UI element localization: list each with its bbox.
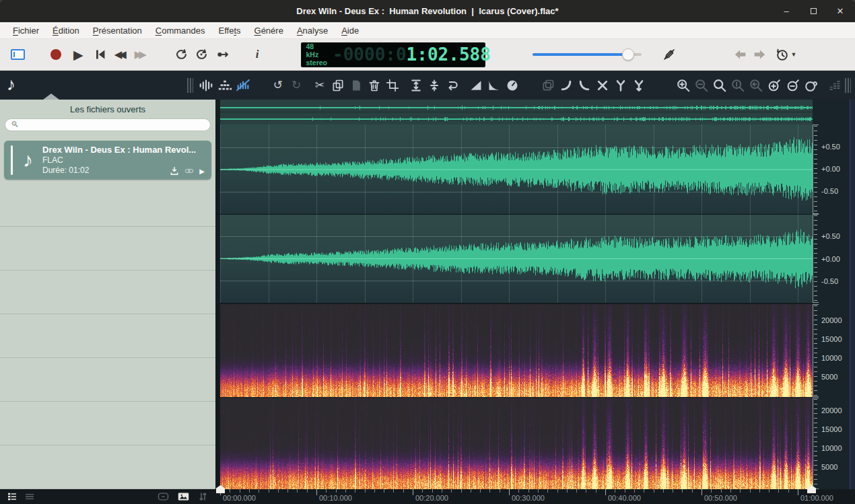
- download-icon[interactable]: [170, 166, 179, 176]
- waveform-view-button[interactable]: [198, 77, 215, 94]
- combined-view-button[interactable]: [234, 77, 251, 94]
- compact-view-button[interactable]: [23, 491, 36, 502]
- spectrogram-channel-2[interactable]: [215, 398, 813, 489]
- nav-forward-button[interactable]: [752, 47, 767, 62]
- cut-button[interactable]: ✂: [311, 77, 328, 94]
- overview-strip[interactable]: [215, 100, 813, 124]
- menu-commandes[interactable]: Commandes: [149, 24, 211, 37]
- undo-button[interactable]: ↺: [269, 77, 286, 94]
- timeline-label: 01:00.000: [800, 494, 833, 502]
- ruler-label: 15000: [821, 335, 842, 343]
- gain-knob-button[interactable]: [504, 77, 521, 94]
- crossfade-button[interactable]: [594, 77, 611, 94]
- thumbnail-toggle-button[interactable]: [176, 491, 190, 502]
- zoom-previous-button[interactable]: [748, 77, 765, 94]
- menu-effets[interactable]: Effets: [212, 24, 246, 37]
- punch-record-button[interactable]: [215, 47, 230, 62]
- fit-vertical-button[interactable]: [408, 77, 425, 94]
- menu-genere[interactable]: Génére: [248, 24, 289, 37]
- titlebar[interactable]: Drex Wiln - Deus Ex : Human Revolution |…: [0, 0, 855, 22]
- paste-button[interactable]: [348, 77, 365, 94]
- ruler-label: +0.50: [821, 232, 840, 240]
- timeline-ruler[interactable]: 00:00.00000:10.00000:20.00000:30.00000:4…: [215, 489, 855, 504]
- link-icon[interactable]: [184, 166, 195, 176]
- selection-zoom-in-button[interactable]: [766, 77, 783, 94]
- toolbar-grip[interactable]: [187, 78, 193, 93]
- mixer-levels-button[interactable]: [826, 77, 843, 94]
- spectrum-view-button[interactable]: [216, 77, 233, 94]
- trim-button[interactable]: [384, 77, 401, 94]
- waveform-channel-1[interactable]: [215, 124, 813, 214]
- record-button[interactable]: [50, 49, 61, 60]
- loop-once-button[interactable]: [194, 47, 209, 62]
- menu-aide[interactable]: Aide: [335, 24, 365, 37]
- forward-arrow-icon: [752, 47, 767, 62]
- loop-button[interactable]: [174, 47, 189, 62]
- file-format: FLAC: [42, 155, 196, 166]
- window-controls: – ✕: [781, 0, 846, 22]
- fade-in-icon: [469, 79, 483, 92]
- history-button[interactable]: ▼: [775, 47, 797, 62]
- loop-selection-button[interactable]: [444, 77, 461, 94]
- time-display[interactable]: 48 kHz stereo -0000:01:02.588: [301, 42, 485, 67]
- merge-branch-icon: [632, 79, 646, 92]
- track-area[interactable]: +0.50+0.00-0.50+0.50+0.00-0.502000015000…: [215, 100, 855, 489]
- skip-to-start-icon: [93, 47, 108, 62]
- skip-to-start-button[interactable]: [93, 47, 108, 62]
- split-branch-button[interactable]: [613, 77, 629, 94]
- fast-forward-button[interactable]: ▶▶: [135, 48, 147, 61]
- zoom-in-button[interactable]: [675, 77, 691, 94]
- pen-tool-button[interactable]: [662, 47, 677, 62]
- toolbar-grip-right[interactable]: [845, 78, 851, 93]
- file-list[interactable]: [0, 183, 215, 489]
- gain-knob-icon: [506, 79, 519, 92]
- menu-presentation[interactable]: Présentation: [87, 24, 148, 37]
- sort-arrows-button[interactable]: [196, 491, 209, 502]
- nav-back-button[interactable]: [733, 47, 748, 62]
- panel-toggle-button[interactable]: [11, 49, 25, 60]
- menu-fichier[interactable]: Fichier: [7, 24, 45, 37]
- play-button[interactable]: ▶: [73, 48, 83, 61]
- zoom-button[interactable]: [712, 77, 728, 94]
- ruler-label: -0.50: [821, 277, 838, 285]
- redo-button[interactable]: ↻: [287, 77, 304, 94]
- slider-thumb[interactable]: [622, 48, 634, 61]
- bracket-dash-button[interactable]: [156, 491, 170, 502]
- curve-out-button[interactable]: [576, 77, 592, 94]
- duplicate-button[interactable]: [539, 77, 556, 94]
- spectrogram-channel-1[interactable]: [215, 304, 813, 397]
- curve-in-button[interactable]: [557, 77, 574, 94]
- selection-loop-button[interactable]: [802, 77, 819, 94]
- list-view-button[interactable]: [5, 491, 19, 502]
- list-item: [0, 227, 215, 271]
- selection-zoom-out-button[interactable]: [784, 77, 801, 94]
- merge-branch-button[interactable]: [631, 77, 648, 94]
- volume-slider[interactable]: [533, 48, 642, 61]
- close-button[interactable]: ✕: [835, 6, 846, 17]
- editing-toolbar: ♪ ↺ ↻ ✂: [0, 71, 855, 100]
- vertical-scrollbar[interactable]: [850, 100, 855, 489]
- info-button[interactable]: i: [256, 48, 259, 61]
- search-input[interactable]: [22, 119, 205, 130]
- paste-icon: [349, 79, 363, 92]
- list-item: [0, 271, 215, 314]
- bracket-dash-icon: [158, 492, 169, 501]
- fade-out-button[interactable]: [486, 77, 503, 94]
- minimize-button[interactable]: –: [781, 6, 792, 17]
- delete-button[interactable]: [366, 77, 383, 94]
- zoom-original-button[interactable]: [730, 77, 747, 94]
- copy-button[interactable]: [329, 77, 346, 94]
- file-card[interactable]: ♪ Drex Wiln - Deus Ex : Human Revol... F…: [4, 141, 211, 180]
- fade-in-button[interactable]: [468, 77, 485, 94]
- search-box[interactable]: 🔍︎: [5, 118, 211, 131]
- waveform-channel-2[interactable]: [215, 214, 813, 303]
- menu-analyse[interactable]: Analyse: [291, 24, 334, 37]
- collapse-vertical-button[interactable]: [426, 77, 443, 94]
- rewind-button[interactable]: ◀◀: [114, 48, 127, 61]
- zoom-out-button[interactable]: [693, 77, 710, 94]
- maximize-button[interactable]: [808, 6, 819, 17]
- rewind-icon: ◀◀: [114, 48, 123, 61]
- menu-edition[interactable]: Édition: [46, 24, 86, 37]
- preview-play-icon[interactable]: ▶: [199, 168, 205, 175]
- file-note-icon[interactable]: ♪: [7, 75, 15, 93]
